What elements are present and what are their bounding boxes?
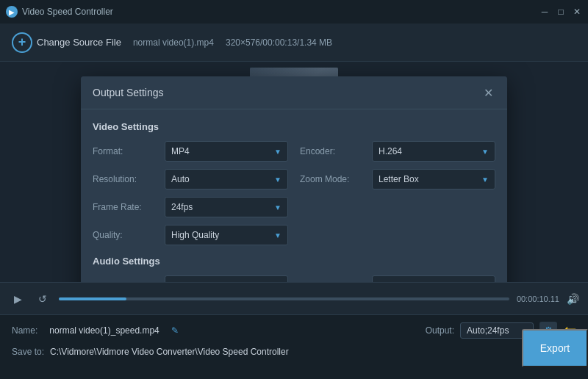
zoom-mode-value: Letter Box — [379, 174, 419, 184]
resolution-label: Resolution: — [93, 174, 159, 184]
frame-rate-field: Frame Rate: 24fps ▼ — [93, 197, 288, 217]
quality-label: Quality: — [93, 230, 159, 240]
format-field: Format: MP4 ▼ — [93, 141, 288, 162]
channel-select[interactable]: 2 ▼ — [372, 275, 495, 282]
zoom-mode-arrow-icon: ▼ — [481, 176, 489, 184]
quality-value: High Quality — [171, 230, 219, 240]
encoder-label: Encoder: — [300, 146, 366, 156]
resolution-arrow-icon: ▼ — [274, 176, 282, 184]
audio-encoder-select[interactable]: AAC ▼ — [165, 275, 288, 282]
audio-settings-title: Audio Settings — [93, 256, 495, 267]
change-source-button[interactable]: + Change Source File — [12, 32, 121, 53]
channel-field: Channel: 2 ▼ — [300, 275, 495, 282]
format-label: Format: — [93, 146, 159, 156]
audio-encoder-label: Encoder: — [93, 281, 159, 282]
title-bar: ▶ Video Speed Controller ─ □ ✕ — [0, 0, 588, 24]
encoder-field: Encoder: H.264 ▼ — [300, 141, 495, 162]
channel-value: 2 — [379, 281, 384, 282]
dialog-title: Output Settings — [93, 87, 164, 98]
edit-icon[interactable]: ✎ — [171, 325, 179, 336]
zoom-mode-select[interactable]: Letter Box ▼ — [372, 169, 495, 190]
zoom-mode-field: Zoom Mode: Letter Box ▼ — [300, 169, 495, 190]
frame-rate-label: Frame Rate: — [93, 202, 159, 212]
progress-bar[interactable] — [59, 297, 509, 300]
resolution-value: Auto — [171, 174, 190, 184]
bottom-row2: Save to: C:\Vidmore\Vidmore Video Conver… — [12, 344, 576, 359]
loop-button[interactable]: ↺ — [34, 290, 51, 308]
name-label: Name: — [12, 325, 37, 336]
resolution-select[interactable]: Auto ▼ — [165, 169, 288, 190]
video-settings-title: Video Settings — [93, 121, 495, 132]
format-value: MP4 — [171, 146, 190, 156]
audio-settings-grid: Encoder: AAC ▼ Channel: 2 ▼ — [93, 275, 495, 282]
save-label: Save to: — [12, 347, 44, 357]
output-settings-dialog: Output Settings ✕ Video Settings Format:… — [81, 76, 507, 282]
add-icon: + — [12, 32, 32, 53]
change-source-label: Change Source File — [37, 37, 121, 48]
dialog-overlay: Output Settings ✕ Video Settings Format:… — [0, 62, 588, 282]
audio-encoder-value: AAC — [171, 281, 190, 282]
file-name: normal video(1).mp4 — [133, 37, 214, 48]
volume-icon[interactable]: 🔊 — [567, 293, 579, 305]
export-button[interactable]: Export — [522, 329, 588, 367]
format-arrow-icon: ▼ — [274, 148, 282, 156]
quality-select[interactable]: High Quality ▼ — [165, 225, 288, 245]
encoder-arrow-icon: ▼ — [481, 148, 489, 156]
encoder-value: H.264 — [379, 146, 402, 156]
title-bar-left: ▶ Video Speed Controller — [6, 6, 113, 18]
quality-field: Quality: High Quality ▼ — [93, 225, 288, 245]
player-controls: ▶ ↺ 00:00:10.11 🔊 — [0, 282, 588, 314]
main-area: Output Settings ✕ Video Settings Format:… — [0, 62, 588, 282]
audio-encoder-field: Encoder: AAC ▼ — [93, 275, 288, 282]
video-settings-grid: Format: MP4 ▼ Encoder: H.264 ▼ — [93, 141, 495, 245]
window-controls: ─ □ ✕ — [539, 7, 582, 17]
minimize-button[interactable]: ─ — [539, 7, 550, 17]
bottom-bar: Name: normal video(1)_speed.mp4 ✎ Output… — [0, 314, 588, 379]
channel-arrow-icon: ▼ — [481, 282, 489, 283]
frame-rate-arrow-icon: ▼ — [274, 203, 282, 212]
app-icon: ▶ — [6, 6, 18, 18]
output-label: Output: — [426, 325, 454, 336]
save-path: C:\Vidmore\Vidmore Video Converter\Video… — [50, 347, 289, 357]
quality-arrow-icon: ▼ — [274, 231, 282, 239]
frame-rate-value: 24fps — [171, 202, 193, 212]
file-metadata: 320×576/00:00:13/1.34 MB — [226, 37, 332, 48]
toolbar: + Change Source File normal video(1).mp4… — [0, 24, 588, 62]
name-value: normal video(1)_speed.mp4 — [49, 325, 159, 336]
app-title: Video Speed Controller — [22, 7, 113, 17]
bottom-row1: Name: normal video(1)_speed.mp4 ✎ Output… — [12, 321, 576, 340]
frame-rate-select[interactable]: 24fps ▼ — [165, 197, 288, 217]
channel-label: Channel: — [300, 281, 366, 282]
maximize-button[interactable]: □ — [556, 7, 566, 17]
time-display: 00:00:10.11 — [517, 295, 559, 303]
dialog-header: Output Settings ✕ — [81, 76, 507, 109]
progress-fill — [59, 297, 126, 300]
audio-encoder-arrow-icon: ▼ — [274, 282, 282, 283]
dialog-body: Video Settings Format: MP4 ▼ Encoder: — [81, 109, 507, 282]
close-button[interactable]: ✕ — [572, 7, 582, 17]
resolution-field: Resolution: Auto ▼ — [93, 169, 288, 190]
format-select[interactable]: MP4 ▼ — [165, 141, 288, 162]
play-button[interactable]: ▶ — [9, 290, 26, 308]
zoom-mode-label: Zoom Mode: — [300, 174, 366, 184]
dialog-close-button[interactable]: ✕ — [481, 85, 495, 100]
encoder-select[interactable]: H.264 ▼ — [372, 141, 495, 162]
